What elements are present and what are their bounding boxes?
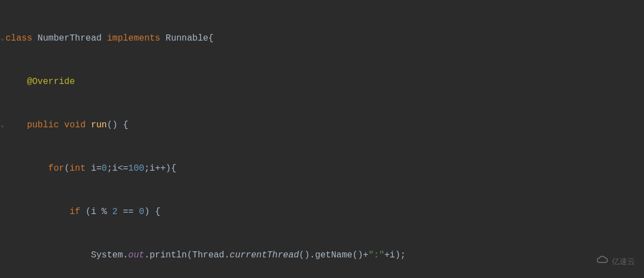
code-line[interactable]: System.out.println(Thread.currentThread(… — [0, 248, 644, 262]
string-literal: ":" — [368, 250, 385, 260]
number-literal: 2 — [112, 207, 118, 217]
code-line[interactable]: for(int i=0;i<=100;i++){ — [0, 161, 644, 176]
static-field: out — [128, 250, 144, 260]
static-method: currentThread — [229, 250, 299, 260]
code-line[interactable]: ⌄ public void run() { — [0, 118, 644, 132]
operator: == — [123, 207, 133, 217]
gutter-fold-icon[interactable]: ⌄ — [0, 31, 4, 46]
code-line[interactable]: if (i % 2 == 0) { — [0, 205, 644, 219]
annotation: @Override — [27, 77, 74, 87]
method-name: run — [91, 120, 107, 130]
number-literal: 0 — [102, 163, 107, 173]
watermark: 亿速云 — [596, 255, 635, 269]
gutter-fold-icon[interactable]: ⌄ — [0, 118, 4, 132]
code-line[interactable]: ⌄class NumberThread implements Runnable{ — [0, 31, 644, 46]
cloud-icon — [596, 255, 610, 269]
number-literal: 0 — [139, 207, 144, 217]
number-literal: 100 — [128, 163, 144, 173]
code-line[interactable]: @Override — [0, 75, 644, 89]
watermark-text: 亿速云 — [612, 255, 635, 269]
code-editor[interactable]: ⌄class NumberThread implements Runnable{… — [0, 0, 644, 278]
